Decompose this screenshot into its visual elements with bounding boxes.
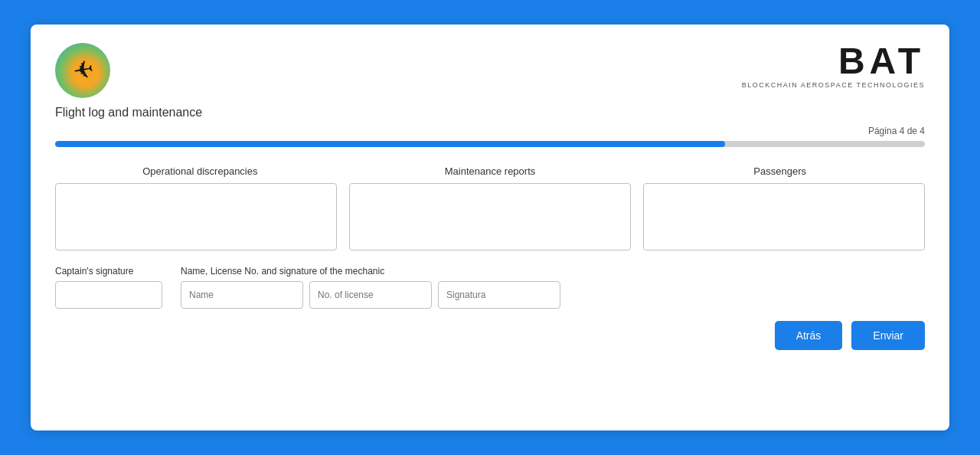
logo-circle: ✈	[55, 43, 110, 98]
mechanic-name-input[interactable]	[181, 281, 303, 309]
col2-label: Maintenance reports	[345, 165, 635, 177]
plane-icon: ✈	[70, 57, 95, 84]
captain-signature-group: Captain's signature	[55, 266, 162, 309]
bat-logo: BAT BLOCKCHAIN AEROSPACE TECHNOLOGIES	[742, 43, 925, 89]
footer-buttons: Atrás Enviar	[55, 321, 925, 350]
captain-signature-label: Captain's signature	[55, 266, 162, 277]
col1-label: Operational discrepancies	[55, 165, 345, 177]
mechanic-signatura-input[interactable]	[438, 281, 560, 309]
progress-bar-container	[55, 141, 925, 147]
page-indicator: Página 4 de 4	[55, 126, 925, 136]
main-card: ✈ Flight log and maintenance BAT BLOCKCH…	[31, 25, 949, 430]
mechanic-license-input[interactable]	[309, 281, 432, 309]
progress-bar-fill	[55, 141, 725, 147]
passengers-textarea[interactable]	[643, 183, 925, 250]
mechanic-label: Name, License No. and signature of the m…	[181, 266, 560, 277]
maintenance-reports-textarea[interactable]	[349, 183, 631, 250]
signature-section-row: Captain's signature Name, License No. an…	[55, 266, 925, 309]
textareas-row	[55, 183, 925, 250]
operational-discrepancies-textarea[interactable]	[55, 183, 337, 250]
col3-label: Passengers	[635, 165, 925, 177]
section-labels: Operational discrepancies Maintenance re…	[55, 165, 925, 177]
app-title: Flight log and maintenance	[55, 106, 202, 119]
back-button[interactable]: Atrás	[775, 321, 843, 350]
bat-subtitle: BLOCKCHAIN AEROSPACE TECHNOLOGIES	[742, 81, 925, 89]
logo-area: ✈ Flight log and maintenance	[55, 43, 202, 119]
mechanic-inputs	[181, 281, 560, 309]
submit-button[interactable]: Enviar	[851, 321, 925, 350]
captain-signature-box[interactable]	[55, 281, 162, 309]
header: ✈ Flight log and maintenance BAT BLOCKCH…	[55, 43, 925, 119]
bat-brand-text: BAT	[838, 43, 925, 80]
mechanic-group: Name, License No. and signature of the m…	[181, 266, 560, 309]
